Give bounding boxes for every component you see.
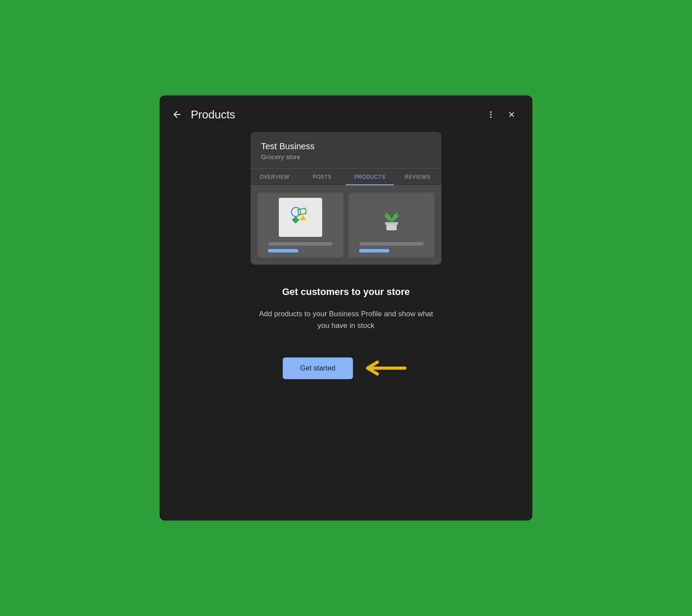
business-name: Test Business xyxy=(261,141,431,151)
product-name-bar-2 xyxy=(359,242,424,246)
tab-reviews[interactable]: REVIEWS xyxy=(394,169,441,185)
product-image-2 xyxy=(370,198,413,237)
svg-point-1 xyxy=(490,114,491,115)
business-card-preview: Test Business Grocery store OVERVIEW POS… xyxy=(251,132,441,265)
business-info: Test Business Grocery store xyxy=(251,132,441,169)
close-button[interactable] xyxy=(503,106,520,123)
tab-posts[interactable]: POSTS xyxy=(298,169,346,185)
page-title: Products xyxy=(191,108,482,121)
tab-products[interactable]: PRODUCTS xyxy=(346,169,394,185)
product-name-bar-1 xyxy=(268,242,333,246)
product-price-bar-1 xyxy=(268,249,298,252)
dialog-body: Test Business Grocery store OVERVIEW POS… xyxy=(160,132,532,521)
arrow-container xyxy=(357,357,409,379)
get-started-button[interactable]: Get started xyxy=(283,357,353,379)
main-heading: Get customers to your store xyxy=(282,286,410,298)
main-description: Add products to your Business Profile an… xyxy=(255,308,437,331)
svg-point-2 xyxy=(490,116,491,118)
product-card-2 xyxy=(349,193,434,258)
business-type: Grocery store xyxy=(261,153,431,161)
more-options-button[interactable] xyxy=(482,106,499,123)
shapes-icon xyxy=(285,201,316,233)
back-button[interactable] xyxy=(168,106,186,123)
svg-rect-4 xyxy=(298,208,306,215)
arrow-icon xyxy=(357,357,409,379)
products-dialog: Products Test Business Grocery store xyxy=(160,95,532,521)
header-actions xyxy=(482,106,520,123)
card-tabs: OVERVIEW POSTS PRODUCTS REVIEWS xyxy=(251,169,441,186)
plant-icon xyxy=(374,200,409,235)
tab-overview[interactable]: OVERVIEW xyxy=(251,169,298,185)
svg-marker-5 xyxy=(300,215,306,220)
dialog-header: Products xyxy=(160,95,532,132)
product-image-1 xyxy=(279,198,322,237)
svg-point-0 xyxy=(490,111,491,113)
product-price-bar-2 xyxy=(359,249,389,252)
svg-rect-6 xyxy=(292,216,299,223)
product-card-1 xyxy=(258,193,343,258)
cta-container: Get started xyxy=(283,357,409,379)
products-preview-grid xyxy=(251,186,441,265)
